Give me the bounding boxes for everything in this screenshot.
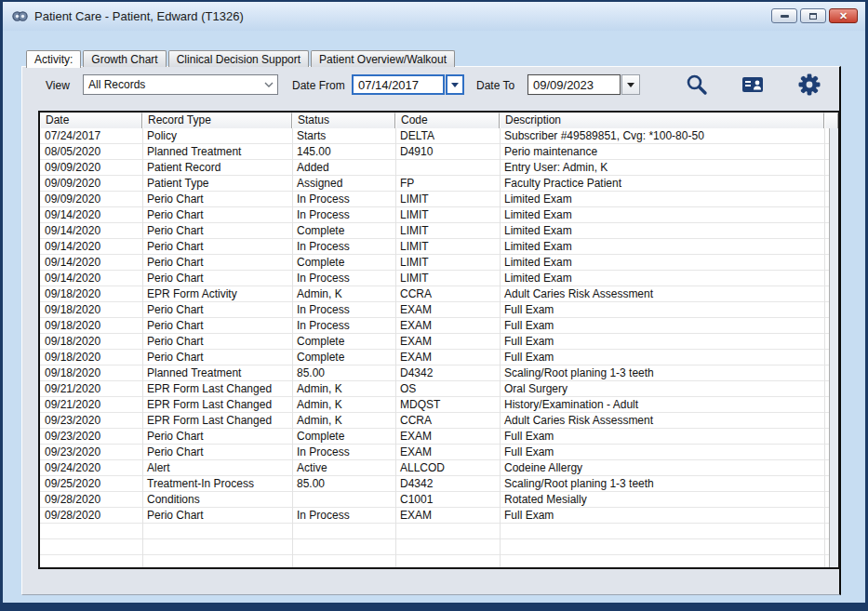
table-cell: Full Exam — [500, 508, 824, 524]
table-cell: 09/14/2020 — [40, 239, 142, 255]
date-from-field: 07/14/2017 — [352, 74, 464, 95]
window-controls: ✕ — [771, 8, 858, 23]
table-cell: EXAM — [395, 350, 500, 365]
table-row[interactable]: 09/18/2020Perio ChartCompleteEXAMFull Ex… — [40, 334, 838, 350]
column-header-date[interactable]: Date — [40, 113, 142, 128]
table-cell: Admin, K — [292, 381, 395, 397]
date-from-label: Date From — [292, 79, 345, 92]
table-row[interactable]: 09/28/2020ConditionsC1001Rotated Mesiall… — [40, 492, 838, 508]
date-to-field: 09/09/2023 — [527, 74, 640, 95]
column-header-status[interactable]: Status — [292, 113, 395, 128]
table-cell: Complete — [292, 223, 395, 239]
table-cell: Full Exam — [500, 350, 824, 365]
table-cell: LIMIT — [395, 223, 500, 239]
date-from-input[interactable]: 07/14/2017 — [352, 74, 445, 95]
table-cell: 09/25/2020 — [40, 476, 142, 492]
table-cell: Perio maintenance — [500, 144, 824, 160]
table-row[interactable]: 09/14/2020Perio ChartIn ProcessLIMITLimi… — [40, 239, 838, 255]
table-cell: Admin, K — [292, 413, 395, 429]
table-cell: LIMIT — [395, 239, 500, 255]
table-cell: Faculty Practice Patient — [500, 176, 824, 192]
search-button[interactable] — [685, 73, 709, 97]
table-row[interactable]: 09/18/2020Perio ChartIn ProcessEXAMFull … — [40, 302, 838, 318]
minimize-button[interactable] — [771, 8, 797, 23]
column-header-record-type[interactable]: Record Type — [142, 113, 292, 128]
table-cell: 09/14/2020 — [40, 271, 142, 286]
table-cell: LIMIT — [395, 255, 500, 271]
table-row[interactable]: 09/24/2020AlertActiveALLCODCodeine Aller… — [40, 460, 838, 476]
table-cell — [292, 492, 395, 508]
table-cell: 07/24/2017 — [40, 128, 142, 144]
tab-growth-chart[interactable]: Growth Chart — [83, 50, 166, 67]
table-cell: Patient Type — [142, 176, 292, 192]
table-cell: EPR Form Activity — [142, 286, 292, 302]
column-header-code[interactable]: Code — [395, 113, 500, 128]
table-cell: 09/21/2020 — [40, 381, 142, 397]
date-from-dropdown-button[interactable] — [446, 74, 464, 95]
patient-care-window: Patient Care - Patient, Edward (T1326) ✕… — [0, 0, 868, 611]
date-to-input[interactable]: 09/09/2023 — [527, 74, 621, 95]
contact-card-button[interactable] — [741, 73, 765, 97]
activity-table: Date Record Type Status Code Description… — [38, 111, 840, 569]
settings-button[interactable] — [797, 73, 821, 97]
table-cell: Complete — [292, 334, 395, 350]
table-row[interactable]: 09/09/2020Patient TypeAssignedFPFaculty … — [40, 176, 838, 192]
table-cell: 85.00 — [292, 365, 395, 381]
table-row[interactable]: 09/18/2020Perio ChartCompleteEXAMFull Ex… — [40, 350, 838, 365]
table-cell: History/Examination - Adult — [500, 397, 824, 413]
table-row[interactable]: 07/24/2017PolicyStartsDELTASubscriber #4… — [40, 128, 838, 144]
table-cell: 09/14/2020 — [40, 207, 142, 223]
table-cell: Perio Chart — [142, 302, 292, 318]
table-cell: Limited Exam — [500, 207, 824, 223]
table-cell: 09/23/2020 — [40, 429, 142, 445]
table-cell: Scaling/Root planing 1-3 teeth — [500, 365, 824, 381]
close-button[interactable]: ✕ — [829, 8, 858, 23]
tab-patient-overview-walkout[interactable]: Patient Overview/Walkout — [311, 50, 455, 67]
table-row[interactable]: 09/23/2020EPR Form Last ChangedAdmin, KC… — [40, 413, 838, 429]
table-cell: In Process — [292, 302, 395, 318]
table-cell: DELTA — [395, 128, 500, 144]
table-row[interactable]: 08/05/2020Planned Treatment145.00D4910Pe… — [40, 144, 838, 160]
table-cell: Complete — [292, 429, 395, 445]
table-cell: Added — [292, 160, 395, 176]
table-row[interactable]: 09/14/2020Perio ChartCompleteLIMITLimite… — [40, 255, 838, 271]
table-cell: Perio Chart — [142, 239, 292, 255]
table-row[interactable]: 09/09/2020Perio ChartIn ProcessLIMITLimi… — [40, 192, 838, 207]
table-row[interactable]: 09/09/2020Patient RecordAddedEntry User:… — [40, 160, 838, 176]
table-cell: Planned Treatment — [142, 144, 292, 160]
table-row[interactable]: 09/28/2020Perio ChartIn ProcessEXAMFull … — [40, 508, 838, 524]
table-row[interactable]: 09/14/2020Perio ChartIn ProcessLIMITLimi… — [40, 271, 838, 286]
table-row[interactable]: 09/18/2020Perio ChartIn ProcessEXAMFull … — [40, 318, 838, 334]
table-row[interactable]: 09/23/2020Perio ChartIn ProcessEXAMFull … — [40, 445, 838, 460]
table-cell: Complete — [292, 255, 395, 271]
maximize-icon — [809, 13, 817, 20]
tab-activity[interactable]: Activity: — [26, 50, 81, 68]
table-row[interactable]: 09/21/2020EPR Form Last ChangedAdmin, KO… — [40, 381, 838, 397]
table-row[interactable]: 09/18/2020EPR Form ActivityAdmin, KCCRAA… — [40, 286, 838, 302]
table-cell: EXAM — [395, 429, 500, 445]
calendar-dropdown-icon — [451, 83, 459, 87]
table-row[interactable]: 09/25/2020Treatment-In Process85.00D4342… — [40, 476, 838, 492]
table-cell: D4342 — [395, 476, 500, 492]
table-row[interactable]: 09/18/2020Planned Treatment85.00D4342Sca… — [40, 365, 838, 381]
table-cell: LIMIT — [395, 271, 500, 286]
maximize-button[interactable] — [800, 8, 826, 23]
table-row[interactable]: 09/21/2020EPR Form Last ChangedAdmin, KM… — [40, 397, 838, 413]
date-to-dropdown-button[interactable] — [621, 74, 640, 95]
table-cell: MDQST — [395, 397, 500, 413]
tab-clinical-decision-support[interactable]: Clinical Decision Support — [168, 50, 309, 67]
table-cell: 09/24/2020 — [40, 460, 142, 476]
view-select[interactable]: All Records — [83, 74, 278, 95]
table-cell: Conditions — [142, 492, 292, 508]
table-row[interactable]: 09/14/2020Perio ChartIn ProcessLIMITLimi… — [40, 207, 838, 223]
table-row[interactable]: 09/23/2020Perio ChartCompleteEXAMFull Ex… — [40, 429, 838, 445]
table-cell: CCRA — [395, 413, 500, 429]
table-cell: Perio Chart — [142, 207, 292, 223]
table-cell: Full Exam — [500, 302, 824, 318]
tab-strip: Activity: Growth Chart Clinical Decision… — [26, 50, 455, 68]
table-row[interactable]: 09/14/2020Perio ChartCompleteLIMITLimite… — [40, 223, 838, 239]
table-cell: 09/23/2020 — [40, 445, 142, 460]
vertical-scrollbar-track[interactable] — [829, 128, 838, 567]
column-header-description[interactable]: Description — [500, 113, 824, 128]
table-cell: 09/14/2020 — [40, 223, 142, 239]
